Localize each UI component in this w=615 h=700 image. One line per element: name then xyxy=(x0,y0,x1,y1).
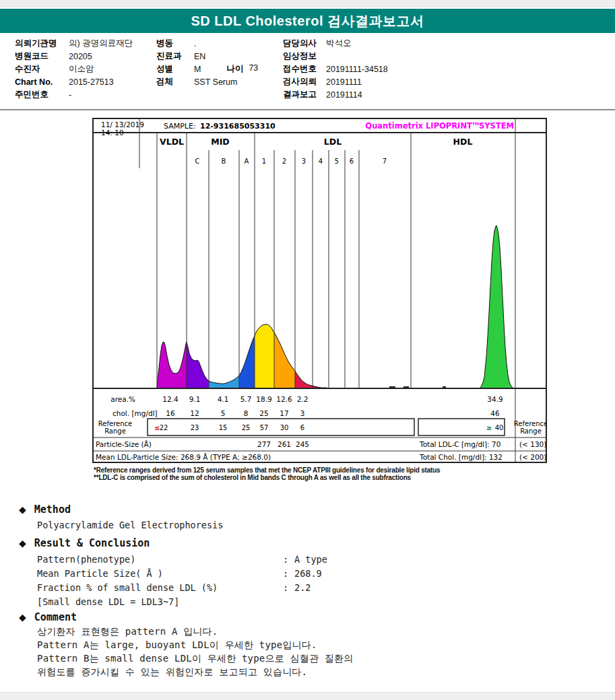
ref-value: 22 xyxy=(160,424,168,431)
patient-info-section: 의뢰기관명의) 광명의료재단 병원코드20205 수진자이소암 Chart No… xyxy=(0,37,615,104)
chol-value: 8 xyxy=(244,409,249,417)
patient-row: 진료과EN xyxy=(156,50,258,63)
subband-labels: C B A 1 2 3 4 5 6 7 xyxy=(195,158,387,165)
patient-row: 수진자이소암 xyxy=(15,63,133,75)
comment-line: Pattern B는 small dense LDL이 우세한 type으로 심… xyxy=(37,653,353,665)
colon: : xyxy=(283,568,288,579)
chol-value: 5 xyxy=(221,409,226,417)
ref-value: 30 xyxy=(280,424,289,431)
field-label: 병동 xyxy=(156,38,194,49)
method-heading: ◆ Method xyxy=(19,503,71,516)
method-heading-text: Method xyxy=(34,503,71,516)
mean-ldl-label: Mean LDL-Particle Size: 268.9 Å (TYPE A;… xyxy=(96,453,271,461)
greater-equal-symbol: ≥ xyxy=(486,424,492,431)
total-ldl-c-ref: (< 130) xyxy=(519,440,546,448)
band-label-vldl: VLDL xyxy=(160,137,184,147)
age-value: 73 xyxy=(249,63,258,75)
result-value: 268.9 xyxy=(294,568,322,579)
ref-value: 57 xyxy=(260,424,269,431)
total-ldl-c: Total LDL-C [mg/dl]: 70 xyxy=(419,440,500,448)
field-value: - xyxy=(69,90,71,100)
ref-value: 15 xyxy=(219,424,228,431)
area-value: 9.1 xyxy=(189,395,201,403)
result-heading-text: Result & Conclusion xyxy=(34,537,150,549)
lipoprint-chart-svg: 11/ 13/2019 14: 10 SAMPLE: 12-9316850533… xyxy=(92,118,547,463)
field-value: 이소암 xyxy=(69,63,94,75)
patient-row: 성별 M 나이 73 xyxy=(156,63,258,75)
area-row: area.% 12.4 9.1 4.1 5.7 18.9 12.6 2.2 34… xyxy=(110,395,503,403)
ref-value-hdl: 40 xyxy=(495,424,504,431)
patient-row: 검체SST Serum xyxy=(156,75,258,88)
patient-row: Chart No.2015-27513 xyxy=(15,75,133,88)
band-label-ldl: LDL xyxy=(324,137,342,147)
ldl2-fill xyxy=(274,332,295,388)
divider-line xyxy=(0,109,615,110)
result-value: A type xyxy=(294,554,327,565)
brand-text: Quantimetrix LIPOPRINTTMSYSTEM xyxy=(365,121,514,131)
ref-label-left-2: Range xyxy=(104,427,126,435)
band-label-mid: MID xyxy=(211,137,229,147)
top-gray-strip xyxy=(0,0,615,7)
age-label: 나이 xyxy=(226,63,243,75)
subband-1: 1 xyxy=(262,158,266,165)
chol-value: 3 xyxy=(300,409,305,417)
age-field: 나이 73 xyxy=(201,63,258,75)
subband-3: 3 xyxy=(302,158,306,165)
patient-row: 병원코드20205 xyxy=(15,50,133,63)
area-row-label: area.% xyxy=(110,395,135,403)
result-label: Mean Particle Size( Å ) xyxy=(37,568,163,579)
result-value: 2.2 xyxy=(294,582,311,593)
patient-row: 주민번호- xyxy=(15,88,133,101)
particle-size-label: Particle-Size (Å) xyxy=(96,440,152,448)
ldl1-fill xyxy=(255,324,274,388)
patient-col-1: 의뢰기관명의) 광명의료재단 병원코드20205 수진자이소암 Chart No… xyxy=(15,37,133,101)
subband-c: C xyxy=(195,158,200,165)
footnote-2: **LDL-C is comprised of the sum of chole… xyxy=(94,474,552,481)
chol-value: 17 xyxy=(280,409,288,417)
field-value: M xyxy=(194,65,201,74)
comment-line: 상기환자 표현형은 pattern A 입니다. xyxy=(37,626,218,638)
brand-system: SYSTEM xyxy=(479,121,514,131)
field-value: SST Serum xyxy=(194,77,237,87)
midb-fill xyxy=(209,376,239,388)
field-label: 수진자 xyxy=(15,63,69,75)
chart-time: 14: 10 xyxy=(101,129,124,137)
particle-size-value: 261 xyxy=(278,440,291,448)
field-label: 병원코드 xyxy=(15,50,69,62)
field-label: 의뢰기관명 xyxy=(15,38,69,49)
patient-col-3: 담당의사박석오 임상정보 접수번호20191111-34518 검사의뢰2019… xyxy=(283,37,388,101)
ref-label-right-2: Range xyxy=(520,427,542,435)
comment-heading: ◆ Comment xyxy=(19,611,77,623)
comment-heading-text: Comment xyxy=(34,611,77,623)
field-value: 20205 xyxy=(69,52,92,61)
subband-a: A xyxy=(245,158,249,165)
result-row: Mean Particle Size( Å ) : 268.9 xyxy=(37,568,414,579)
method-body: Polyacrylamide Gel Electrophoresis xyxy=(37,520,223,530)
report-page: SD LDL Cholesterol 검사결과보고서 의뢰기관명의) 광명의료재… xyxy=(0,0,615,700)
chart-footnotes: *Reference ranges derived from 125 serum… xyxy=(94,466,552,481)
result-heading: ◆ Result & Conclusion xyxy=(19,537,150,549)
patient-row: 임상정보 xyxy=(283,50,388,63)
ref-label-left-1: Reference xyxy=(98,420,132,427)
brand-name: Quantimetrix LIPOPRINT xyxy=(365,121,472,131)
patient-row: 병동. xyxy=(156,37,258,50)
ref-value: 6 xyxy=(300,424,304,431)
area-value: 12.4 xyxy=(162,395,179,403)
colon: : xyxy=(283,582,288,593)
area-value: 2.2 xyxy=(297,395,309,403)
area-value: 12.6 xyxy=(276,395,292,403)
grid-lines xyxy=(92,118,547,463)
area-value: 4.1 xyxy=(218,395,229,403)
field-value: 20191111 xyxy=(326,77,362,87)
field-label: 주민번호 xyxy=(15,89,69,100)
chol-value: 25 xyxy=(259,409,268,417)
colon: : xyxy=(283,554,288,565)
field-label: 결과보고 xyxy=(283,89,326,100)
result-row: Pattern(phenotype) : A type xyxy=(37,554,414,565)
ref-range-row: Reference Range ≤ 22 23 15 25 57 30 6 ≥ … xyxy=(98,420,547,435)
report-title-bar: SD LDL Cholesterol 검사결과보고서 xyxy=(0,9,615,33)
result-label: Pattern(phenotype) xyxy=(37,554,135,565)
patient-row: 담당의사박석오 xyxy=(283,37,388,50)
field-value: 2015-27513 xyxy=(69,77,114,87)
particle-size-value: 245 xyxy=(296,440,309,448)
